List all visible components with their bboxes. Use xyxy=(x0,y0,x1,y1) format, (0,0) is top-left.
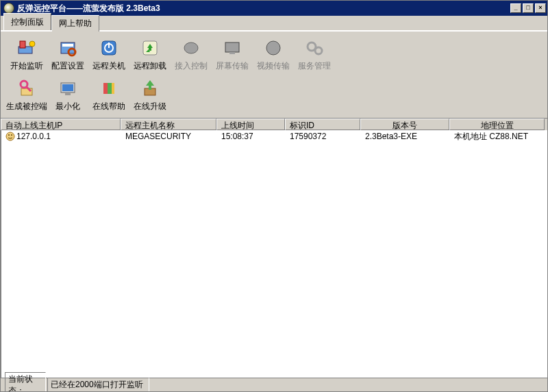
svg-point-16 xyxy=(270,45,277,51)
monitor-icon xyxy=(57,77,79,99)
take-control-button: 接入控制 xyxy=(171,34,212,75)
svg-rect-24 xyxy=(65,93,71,95)
listen-icon xyxy=(16,37,38,59)
screen-transfer-button: 屏幕传输 xyxy=(212,34,253,75)
start-listen-button[interactable]: 开始监听 xyxy=(6,34,47,75)
table-cell: 127.0.0.1 xyxy=(1,131,121,143)
maximize-button[interactable]: □ xyxy=(523,3,534,13)
update-icon xyxy=(139,77,161,99)
toolbar-button-label: 最小化 xyxy=(55,101,80,112)
gen-client-button[interactable]: 生成被控端 xyxy=(6,75,47,115)
svg-rect-25 xyxy=(103,83,108,94)
toolbar-button-label: 在线帮助 xyxy=(92,101,125,112)
column-header[interactable]: 自动上线主机IP xyxy=(1,119,121,130)
table-cell: MEGASECURITY xyxy=(121,131,217,142)
column-header[interactable]: 标识ID xyxy=(285,119,360,130)
svg-rect-1 xyxy=(20,41,25,48)
toolbar-button-label: 配置设置 xyxy=(51,60,84,72)
toolbar-button-label: 开始监听 xyxy=(10,60,43,72)
column-header[interactable]: 地理位置 xyxy=(449,119,545,130)
config-icon xyxy=(57,37,79,59)
toolbar-button-label: 屏幕传输 xyxy=(216,60,249,72)
svg-rect-14 xyxy=(229,52,235,54)
help-icon xyxy=(98,77,120,99)
svg-rect-23 xyxy=(62,84,73,91)
svg-point-31 xyxy=(11,134,12,136)
toolbar-button-label: 接入控制 xyxy=(175,60,208,72)
title-bar: 反弹远控平台——流萤发布版 2.3Beta3 _ □ × xyxy=(1,1,547,16)
svg-point-30 xyxy=(8,134,10,136)
column-header[interactable]: 远程主机名称 xyxy=(121,119,216,130)
gears-icon xyxy=(303,37,325,59)
close-button[interactable]: × xyxy=(535,3,546,13)
svg-point-18 xyxy=(315,47,322,54)
table-row[interactable]: 127.0.0.1MEGASECURITY15:08:37175903722.3… xyxy=(1,130,547,143)
svg-rect-27 xyxy=(112,83,114,94)
toolbar-button-label: 生成被控端 xyxy=(6,101,47,112)
column-header[interactable]: 上线时间 xyxy=(216,119,285,130)
video-transfer-button: 视频传输 xyxy=(253,34,294,75)
remote-shutdown-button[interactable]: 远程关机 xyxy=(88,34,129,75)
status-bar: 当前状态： 已经在2000端口打开监听 xyxy=(1,378,547,391)
status-label: 当前状态： xyxy=(5,372,46,393)
power-icon xyxy=(98,37,120,59)
minimize-button[interactable]: _ xyxy=(510,3,521,13)
svg-rect-11 xyxy=(188,45,194,51)
tab-label: 控制面版 xyxy=(11,17,44,27)
host-list[interactable]: 127.0.0.1MEGASECURITY15:08:37175903722.3… xyxy=(1,130,547,378)
window-title: 反弹远控平台——流萤发布版 2.3Beta3 xyxy=(17,3,510,14)
config-button[interactable]: 配置设置 xyxy=(47,34,88,75)
svg-point-2 xyxy=(29,41,35,47)
svg-rect-26 xyxy=(108,83,112,94)
online-help-button[interactable]: 在线帮助 xyxy=(88,75,129,115)
service-mgmt-button: 服务管理 xyxy=(294,34,335,75)
tab-strip: 控制面版 网上帮助 xyxy=(1,16,547,31)
toolbar-row-2: 生成被控端最小化在线帮助在线升级 xyxy=(6,75,542,115)
toolbar: 开始监听配置设置远程关机远程卸载接入控制屏幕传输视频传输服务管理 生成被控端最小… xyxy=(1,31,547,118)
app-icon xyxy=(3,3,14,14)
svg-rect-13 xyxy=(227,44,238,51)
status-text: 已经在2000端口打开监听 xyxy=(47,378,149,392)
toolbar-row-1: 开始监听配置设置远程关机远程卸载接入控制屏幕传输视频传输服务管理 xyxy=(6,34,542,75)
tab-online-help[interactable]: 网上帮助 xyxy=(51,15,99,32)
build-icon xyxy=(16,77,38,99)
toolbar-button-label: 视频传输 xyxy=(257,60,290,72)
remote-uninstall-button[interactable]: 远程卸载 xyxy=(129,34,171,75)
host-icon xyxy=(5,132,15,141)
screen-icon xyxy=(221,37,243,59)
recycle-icon xyxy=(139,37,161,59)
minimize-button[interactable]: 最小化 xyxy=(47,75,88,115)
online-update-button[interactable]: 在线升级 xyxy=(129,75,171,115)
toolbar-button-label: 远程关机 xyxy=(92,60,125,72)
table-cell: 本机地址 CZ88.NET xyxy=(450,130,545,143)
tab-control-panel[interactable]: 控制面版 xyxy=(3,13,51,30)
window-controls: _ □ × xyxy=(510,3,546,13)
list-header: 自动上线主机IP远程主机名称上线时间标识ID版本号地理位置 xyxy=(1,118,547,130)
table-cell: 15:08:37 xyxy=(217,131,286,142)
toolbar-button-label: 服务管理 xyxy=(298,60,331,72)
toolbar-button-label: 远程卸载 xyxy=(134,60,166,72)
tab-label: 网上帮助 xyxy=(59,19,92,28)
table-cell: 2.3Beta3-EXE xyxy=(361,131,450,142)
control-icon xyxy=(180,37,202,59)
column-header[interactable]: 版本号 xyxy=(360,119,449,130)
svg-rect-4 xyxy=(62,44,73,47)
toolbar-button-label: 在线升级 xyxy=(134,101,166,112)
video-icon xyxy=(262,37,284,59)
svg-point-29 xyxy=(6,132,14,140)
table-cell: 17590372 xyxy=(286,131,361,142)
